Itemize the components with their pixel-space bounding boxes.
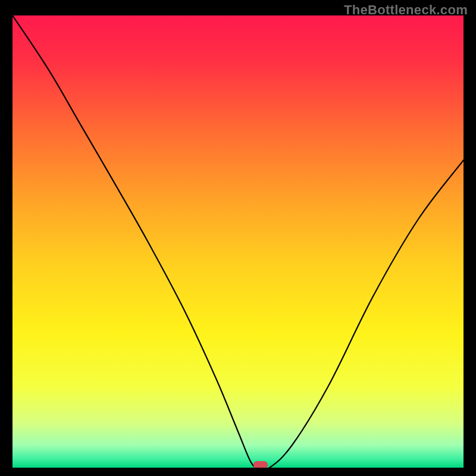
optimal-marker: [253, 461, 268, 468]
chart-container: TheBottleneck.com: [0, 0, 476, 476]
bottleneck-chart: [12, 15, 464, 468]
gradient-background: [12, 15, 464, 468]
